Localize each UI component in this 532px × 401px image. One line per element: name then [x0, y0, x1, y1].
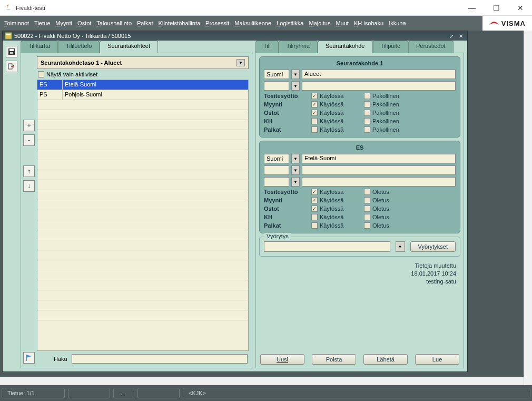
tab-seurantakohde[interactable]: Seurantakohde	[318, 41, 373, 53]
checkbox[interactable]	[364, 93, 370, 99]
save-icon[interactable]	[6, 46, 17, 57]
poista-button[interactable]: Poista	[312, 354, 356, 365]
menu-maksuliikenne[interactable]: Maksuliikenne	[234, 20, 271, 26]
lang2c-field[interactable]	[264, 177, 289, 187]
search-input[interactable]	[72, 354, 248, 364]
opt-col2[interactable]: Pakollinen	[364, 110, 417, 116]
down-arrow-button[interactable]: ↓	[23, 180, 35, 192]
menu-muut[interactable]: Muut	[336, 20, 348, 26]
inner-restore-icon[interactable]: ⤢	[447, 32, 456, 40]
checkbox[interactable]	[364, 222, 370, 229]
opt-col2[interactable]: Oletus	[364, 206, 417, 212]
name2c-field[interactable]	[302, 177, 456, 187]
tab-tilipuite[interactable]: Tilipuite	[373, 41, 409, 53]
maximize-button[interactable]: ☐	[489, 3, 504, 13]
opt-col2[interactable]: Pakollinen	[364, 93, 417, 99]
checkbox[interactable]	[364, 214, 370, 220]
lang2b-dd-icon[interactable]: ▼	[291, 165, 300, 175]
menu-taloushallinto[interactable]: Taloushallinto	[96, 20, 132, 26]
lang1-dd-icon[interactable]: ▼	[291, 70, 300, 79]
opt-col2[interactable]: Oletus	[364, 222, 417, 229]
menu-ostot[interactable]: Ostot	[77, 20, 91, 26]
checkbox[interactable]	[364, 118, 370, 124]
lang2-field[interactable]: Suomi	[264, 154, 289, 163]
opt-col2[interactable]: Pakollinen	[364, 118, 417, 124]
table-row[interactable]: ES Etelä-Suomi	[37, 80, 248, 90]
lang2-dd-icon[interactable]: ▼	[291, 154, 300, 163]
checkbox[interactable]	[364, 110, 370, 116]
table-row[interactable]: PS Pohjois-Suomi	[37, 90, 248, 100]
opt-kaytossa[interactable]: Käytössä	[311, 110, 364, 116]
tab-tili[interactable]: Tili	[255, 41, 279, 53]
checkbox[interactable]	[364, 197, 370, 203]
checkbox[interactable]	[311, 110, 318, 116]
opt-kaytossa[interactable]: Käytössä	[311, 214, 364, 220]
scrollbar-horizontal[interactable]	[0, 377, 524, 385]
menu-majoitus[interactable]: Majoitus	[309, 20, 330, 26]
level-dropdown[interactable]: Seurantakohdetaso 1 - Alueet ▼	[37, 56, 249, 69]
exit-icon[interactable]	[6, 61, 17, 72]
opt-col2[interactable]: Oletus	[364, 197, 417, 203]
menu-tietue[interactable]: Tietue	[34, 20, 50, 26]
menu-logistiikka[interactable]: Logistiikka	[277, 20, 303, 26]
name1b-field[interactable]	[302, 81, 456, 91]
minimize-button[interactable]: —	[465, 3, 479, 13]
checkbox[interactable]	[311, 214, 318, 220]
opt-kaytossa[interactable]: Käytössä	[311, 189, 364, 195]
uusi-button[interactable]: Uusi	[260, 354, 304, 365]
menu-prosessit[interactable]: Prosessit	[205, 20, 229, 26]
opt-kaytossa[interactable]: Käytössä	[311, 118, 364, 124]
plus-button[interactable]: +	[23, 120, 35, 131]
checkbox[interactable]	[311, 126, 318, 133]
menu-toiminnot[interactable]: Toiminnot	[4, 20, 29, 26]
checkbox[interactable]	[311, 118, 318, 124]
close-button[interactable]: ✕	[513, 3, 528, 13]
lang1b-field[interactable]	[264, 81, 289, 91]
checkbox[interactable]	[311, 189, 318, 195]
tab-tililuettelo[interactable]: Tililuettelo	[58, 41, 100, 53]
opt-col2[interactable]: Pakollinen	[364, 101, 417, 107]
checkbox[interactable]	[364, 101, 370, 107]
tab-perustiedot[interactable]: Perustiedot	[408, 41, 454, 53]
checkbox[interactable]	[311, 206, 318, 212]
name2-field[interactable]: Etelä-Suomi	[302, 154, 456, 163]
vyorytys-input[interactable]	[264, 241, 390, 252]
checkbox[interactable]	[311, 197, 318, 203]
checkbox[interactable]	[311, 93, 318, 99]
opt-kaytossa[interactable]: Käytössä	[311, 101, 364, 107]
vyorytykset-button[interactable]: Vyörytykset	[410, 241, 456, 252]
menu-kh-isohaku[interactable]: KH isohaku	[354, 20, 383, 26]
name1-field[interactable]: Alueet	[302, 70, 456, 79]
lang2c-dd-icon[interactable]: ▼	[291, 177, 300, 187]
scrollbar-vertical[interactable]	[524, 31, 532, 385]
flag-icon[interactable]	[23, 352, 35, 364]
checkbox[interactable]	[364, 206, 370, 212]
seurantakohde-grid[interactable]: ES Etelä-Suomi PS Pohjois-Suomi	[37, 80, 249, 351]
opt-kaytossa[interactable]: Käytössä	[311, 93, 364, 99]
opt-kaytossa[interactable]: Käytössä	[311, 197, 364, 203]
checkbox[interactable]	[311, 222, 318, 229]
menu-palkat[interactable]: Palkat	[137, 20, 153, 26]
lang1-field[interactable]: Suomi	[264, 70, 289, 79]
lang1b-dd-icon[interactable]: ▼	[291, 81, 300, 91]
vyorytys-dd-icon[interactable]: ▼	[396, 241, 405, 252]
menu-ikkuna[interactable]: Ikkuna	[389, 20, 406, 26]
lue-button[interactable]: Lue	[415, 354, 459, 365]
opt-col2[interactable]: Pakollinen	[364, 126, 417, 133]
checkbox[interactable]	[364, 189, 370, 195]
opt-kaytossa[interactable]: Käytössä	[311, 206, 364, 212]
checkbox[interactable]	[311, 101, 318, 107]
lang2b-field[interactable]	[264, 165, 289, 175]
checkbox[interactable]	[364, 126, 370, 133]
opt-col2[interactable]: Oletus	[364, 214, 417, 220]
chevron-down-icon[interactable]: ▼	[237, 59, 245, 66]
tab-tilikartta[interactable]: Tilikartta	[21, 41, 58, 53]
inner-close-icon[interactable]: ✕	[457, 32, 465, 40]
opt-kaytossa[interactable]: Käytössä	[311, 222, 364, 229]
minus-button[interactable]: -	[23, 134, 35, 146]
name2b-field[interactable]	[302, 165, 456, 175]
opt-col2[interactable]: Oletus	[364, 189, 417, 195]
active-only-checkbox[interactable]	[38, 71, 44, 77]
up-arrow-button[interactable]: ↑	[23, 165, 35, 177]
tab-seurantakohteet[interactable]: Seurantakohteet	[100, 41, 158, 53]
